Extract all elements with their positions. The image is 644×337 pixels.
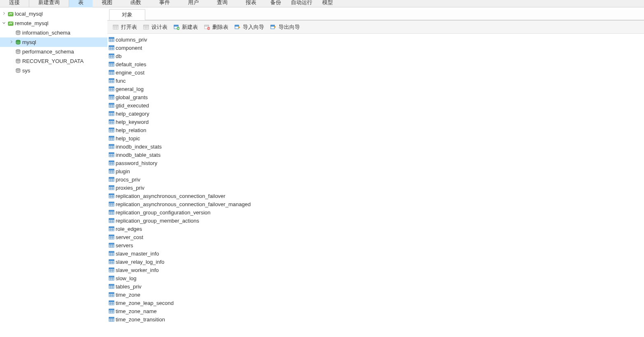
toolbar-delete-button: 删除表 — [201, 23, 231, 32]
table-row[interactable]: replication_asynchronous_connection_fail… — [107, 192, 644, 200]
table-row[interactable]: plugin — [107, 167, 644, 175]
table-row[interactable]: help_relation — [107, 126, 644, 134]
table-name: help_topic — [116, 135, 140, 142]
table-row[interactable]: replication_group_configuration_version — [107, 208, 644, 216]
table-icon — [108, 193, 115, 199]
table-row[interactable]: password_history — [107, 159, 644, 167]
top-menu-用户[interactable]: 用户 — [179, 0, 208, 7]
table-name: plugin — [116, 168, 130, 174]
top-menu-备份[interactable]: 备份 — [265, 0, 286, 7]
table-list[interactable]: columns_privcomponentdbdefault_rolesengi… — [107, 34, 644, 337]
table-name: time_zone_leap_second — [116, 300, 174, 306]
table-icon — [108, 110, 115, 117]
database-sys[interactable]: sys — [0, 66, 107, 75]
table-name: help_keyword — [116, 119, 149, 125]
table-name: slow_log — [116, 275, 137, 281]
top-menu-查询[interactable]: 查询 — [208, 0, 237, 7]
table-row[interactable]: time_zone_transition — [107, 315, 644, 323]
table-row[interactable]: innodb_index_stats — [107, 142, 644, 151]
database-icon — [15, 58, 21, 65]
table-row[interactable]: gtid_executed — [107, 101, 644, 109]
tree-item-label: mysql — [22, 39, 36, 45]
top-menu-视图[interactable]: 视图 — [93, 0, 121, 7]
top-menu-报表[interactable]: 报表 — [237, 0, 265, 7]
table-row[interactable]: columns_priv — [107, 35, 644, 44]
table-icon — [108, 201, 115, 207]
table-icon — [108, 316, 115, 323]
table-row[interactable]: slow_log — [107, 274, 644, 282]
table-row[interactable]: help_keyword — [107, 118, 644, 126]
table-row[interactable]: tables_priv — [107, 282, 644, 291]
chevron-down-icon[interactable] — [2, 21, 7, 26]
table-name: replication_group_member_actions — [116, 218, 199, 224]
tab-对象[interactable]: 对象 — [109, 9, 145, 20]
table-icon — [108, 258, 115, 265]
table-row[interactable]: default_roles — [107, 60, 644, 68]
table-row[interactable]: role_edges — [107, 225, 644, 233]
connection-tree[interactable]: local_mysqlremote_mysqlinformation_schem… — [0, 7, 107, 337]
table-row[interactable]: servers — [107, 241, 644, 249]
table-row[interactable]: innodb_table_stats — [107, 151, 644, 159]
database-mysql[interactable]: mysql — [0, 37, 107, 47]
table-row[interactable]: procs_priv — [107, 175, 644, 184]
table-name: columns_priv — [116, 37, 147, 43]
table-row[interactable]: db — [107, 52, 644, 60]
database-performance_schema[interactable]: performance_schema — [0, 47, 107, 56]
table-row[interactable]: slave_relay_log_info — [107, 258, 644, 266]
database-icon — [15, 67, 21, 74]
table-row[interactable]: proxies_priv — [107, 184, 644, 192]
table-row[interactable]: time_zone_leap_second — [107, 299, 644, 307]
toolbar-new-table-button[interactable]: 新建表 — [171, 23, 200, 32]
chevron-right-icon[interactable] — [9, 40, 15, 44]
table-icon — [108, 234, 115, 240]
toolbar-label: 导出向导 — [279, 23, 300, 31]
table-name: tables_priv — [116, 284, 142, 290]
table-row[interactable]: component — [107, 44, 644, 52]
table-row[interactable]: slave_master_info — [107, 249, 644, 258]
top-menu-模型[interactable]: 模型 — [317, 0, 338, 7]
tree-item-label: local_mysql — [15, 11, 43, 17]
table-row[interactable]: server_cost — [107, 233, 644, 241]
table-row[interactable]: slave_worker_info — [107, 266, 644, 274]
export-icon — [270, 24, 277, 30]
top-menu-自动运行[interactable]: 自动运行 — [286, 0, 317, 7]
database-RECOVER_YOUR_DATA[interactable]: RECOVER_YOUR_DATA — [0, 56, 107, 66]
toolbar-import-button[interactable]: 导入向导 — [232, 23, 267, 32]
database-information_schema[interactable]: information_schema — [0, 28, 107, 37]
table-row[interactable]: func — [107, 77, 644, 85]
table-icon — [108, 102, 115, 109]
top-menu-表[interactable]: 表 — [69, 0, 93, 7]
table-icon — [108, 275, 115, 281]
toolbar-label: 导入向导 — [243, 23, 264, 31]
top-menu-新建查询[interactable]: 新建查询 — [29, 0, 69, 7]
table-name: time_zone_name — [116, 308, 157, 314]
table-row[interactable]: global_grants — [107, 93, 644, 101]
table-icon — [108, 53, 115, 59]
table-name: db — [116, 53, 121, 59]
table-row[interactable]: help_category — [107, 109, 644, 118]
database-icon — [15, 49, 21, 55]
top-menu-事件[interactable]: 事件 — [150, 0, 179, 7]
table-row[interactable]: time_zone — [107, 291, 644, 299]
main-panel: 对象 打开表设计表新建表删除表导入向导导出向导 columns_privcomp… — [107, 7, 644, 337]
table-icon — [108, 209, 115, 216]
table-row[interactable]: replication_asynchronous_connection_fail… — [107, 200, 644, 208]
table-icon — [108, 168, 115, 174]
tree-item-label: remote_mysql — [15, 20, 49, 26]
toolbar-export-button[interactable]: 导出向导 — [267, 23, 302, 32]
table-row[interactable]: engine_cost — [107, 68, 644, 77]
table-icon — [108, 135, 115, 142]
table-row[interactable]: time_zone_name — [107, 307, 644, 315]
table-icon — [108, 119, 115, 125]
table-row[interactable]: help_topic — [107, 134, 644, 142]
table-row[interactable]: general_log — [107, 85, 644, 93]
table-name: slave_relay_log_info — [116, 259, 165, 265]
top-menu-连接[interactable]: 连接 — [0, 0, 29, 7]
chevron-right-icon[interactable] — [2, 12, 7, 16]
table-row[interactable]: replication_group_member_actions — [107, 216, 644, 225]
connection-remote_mysql[interactable]: remote_mysql — [0, 19, 107, 28]
top-menu-函数[interactable]: 函数 — [121, 0, 150, 7]
connection-local_mysql[interactable]: local_mysql — [0, 9, 107, 19]
table-name: server_cost — [116, 234, 143, 240]
database-icon — [15, 30, 21, 36]
